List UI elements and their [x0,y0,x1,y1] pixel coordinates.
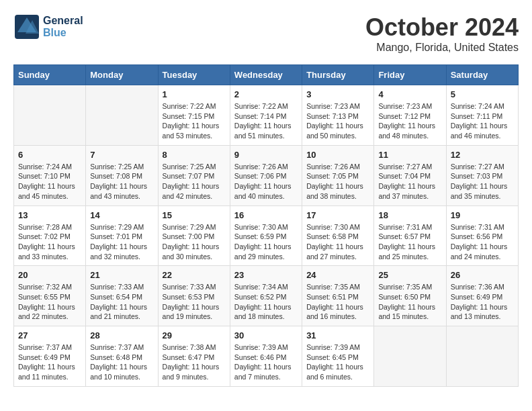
day-info: Sunrise: 7:31 AM Sunset: 6:57 PM Dayligh… [378,222,441,262]
day-info: Sunrise: 7:23 AM Sunset: 7:13 PM Dayligh… [306,101,369,141]
day-info: Sunrise: 7:35 AM Sunset: 6:51 PM Dayligh… [306,282,369,322]
day-number: 23 [234,270,298,280]
calendar-cell: 31Sunrise: 7:39 AM Sunset: 6:45 PM Dayli… [302,326,374,387]
calendar-cell: 18Sunrise: 7:31 AM Sunset: 6:57 PM Dayli… [374,205,446,266]
day-info: Sunrise: 7:37 AM Sunset: 6:49 PM Dayligh… [18,342,81,382]
day-info: Sunrise: 7:32 AM Sunset: 6:55 PM Dayligh… [18,282,81,322]
calendar-cell: 24Sunrise: 7:35 AM Sunset: 6:51 PM Dayli… [302,266,374,326]
calendar-cell: 9Sunrise: 7:26 AM Sunset: 7:06 PM Daylig… [230,145,302,205]
logo-text-general: General [43,15,83,26]
calendar-header-row: SundayMondayTuesdayWednesdayThursdayFrid… [14,65,519,85]
calendar-cell: 15Sunrise: 7:29 AM Sunset: 7:00 PM Dayli… [158,205,230,266]
day-number: 7 [90,150,153,160]
day-number: 25 [378,270,441,280]
day-number: 29 [163,330,226,340]
calendar-week-row: 6Sunrise: 7:24 AM Sunset: 7:10 PM Daylig… [14,145,519,205]
day-number: 18 [378,210,441,220]
calendar-week-row: 13Sunrise: 7:28 AM Sunset: 7:02 PM Dayli… [14,205,519,266]
day-info: Sunrise: 7:30 AM Sunset: 6:58 PM Dayligh… [306,222,369,262]
day-number: 24 [306,270,369,280]
calendar-cell: 10Sunrise: 7:26 AM Sunset: 7:05 PM Dayli… [302,145,374,205]
day-number: 14 [90,210,153,220]
calendar-cell: 6Sunrise: 7:24 AM Sunset: 7:10 PM Daylig… [14,145,86,205]
day-info: Sunrise: 7:31 AM Sunset: 6:56 PM Dayligh… [451,222,514,262]
day-number: 5 [451,89,514,99]
col-header-tuesday: Tuesday [158,65,230,85]
day-info: Sunrise: 7:34 AM Sunset: 6:52 PM Dayligh… [234,282,298,322]
day-number: 16 [234,210,298,220]
day-info: Sunrise: 7:38 AM Sunset: 6:47 PM Dayligh… [163,342,226,382]
calendar-cell: 11Sunrise: 7:27 AM Sunset: 7:04 PM Dayli… [374,145,446,205]
calendar-cell: 27Sunrise: 7:37 AM Sunset: 6:49 PM Dayli… [14,326,86,387]
day-number: 22 [163,270,226,280]
calendar-cell [446,326,518,387]
day-info: Sunrise: 7:25 AM Sunset: 7:08 PM Dayligh… [90,162,153,201]
day-number: 9 [234,150,298,160]
day-number: 12 [451,150,514,160]
calendar-cell [14,85,86,146]
day-info: Sunrise: 7:24 AM Sunset: 7:10 PM Dayligh… [18,162,81,201]
day-number: 20 [18,270,81,280]
calendar-cell: 23Sunrise: 7:34 AM Sunset: 6:52 PM Dayli… [230,266,302,326]
col-header-monday: Monday [86,65,158,85]
day-info: Sunrise: 7:26 AM Sunset: 7:05 PM Dayligh… [306,162,369,201]
calendar-cell: 5Sunrise: 7:24 AM Sunset: 7:11 PM Daylig… [446,85,518,146]
day-number: 6 [18,150,81,160]
calendar-cell: 26Sunrise: 7:36 AM Sunset: 6:49 PM Dayli… [446,266,518,326]
day-number: 21 [90,270,153,280]
day-number: 31 [306,330,369,340]
calendar-cell: 8Sunrise: 7:25 AM Sunset: 7:07 PM Daylig… [158,145,230,205]
day-info: Sunrise: 7:24 AM Sunset: 7:11 PM Dayligh… [451,101,514,141]
header: General Blue October 2024 Mango, Florida… [13,13,519,54]
day-number: 27 [18,330,81,340]
page-subtitle: Mango, Florida, United States [365,42,519,54]
day-info: Sunrise: 7:39 AM Sunset: 6:45 PM Dayligh… [306,342,369,382]
day-info: Sunrise: 7:28 AM Sunset: 7:02 PM Dayligh… [18,222,81,262]
day-number: 15 [163,210,226,220]
day-number: 4 [378,89,441,99]
calendar-cell [86,85,158,146]
day-number: 8 [163,150,226,160]
calendar-cell: 4Sunrise: 7:23 AM Sunset: 7:12 PM Daylig… [374,85,446,146]
calendar-cell: 29Sunrise: 7:38 AM Sunset: 6:47 PM Dayli… [158,326,230,387]
calendar-cell: 21Sunrise: 7:33 AM Sunset: 6:54 PM Dayli… [86,266,158,326]
day-info: Sunrise: 7:27 AM Sunset: 7:03 PM Dayligh… [451,162,514,201]
day-info: Sunrise: 7:33 AM Sunset: 6:53 PM Dayligh… [163,282,226,322]
title-area: October 2024 Mango, Florida, United Stat… [365,13,519,54]
col-header-thursday: Thursday [302,65,374,85]
day-info: Sunrise: 7:36 AM Sunset: 6:49 PM Dayligh… [451,282,514,322]
day-number: 11 [378,150,441,160]
day-number: 10 [306,150,369,160]
logo-icon [13,13,40,40]
day-info: Sunrise: 7:35 AM Sunset: 6:50 PM Dayligh… [378,282,441,322]
col-header-saturday: Saturday [446,65,518,85]
day-number: 13 [18,210,81,220]
day-info: Sunrise: 7:22 AM Sunset: 7:15 PM Dayligh… [163,101,226,141]
day-info: Sunrise: 7:27 AM Sunset: 7:04 PM Dayligh… [378,162,441,201]
day-info: Sunrise: 7:29 AM Sunset: 7:00 PM Dayligh… [163,222,226,262]
day-info: Sunrise: 7:23 AM Sunset: 7:12 PM Dayligh… [378,101,441,141]
day-info: Sunrise: 7:22 AM Sunset: 7:14 PM Dayligh… [234,101,298,141]
calendar-cell: 28Sunrise: 7:37 AM Sunset: 6:48 PM Dayli… [86,326,158,387]
calendar-week-row: 27Sunrise: 7:37 AM Sunset: 6:49 PM Dayli… [14,326,519,387]
calendar-cell: 12Sunrise: 7:27 AM Sunset: 7:03 PM Dayli… [446,145,518,205]
col-header-friday: Friday [374,65,446,85]
logo: General Blue [13,13,83,40]
calendar-week-row: 1Sunrise: 7:22 AM Sunset: 7:15 PM Daylig… [14,85,519,146]
calendar-cell: 25Sunrise: 7:35 AM Sunset: 6:50 PM Dayli… [374,266,446,326]
calendar-cell [374,326,446,387]
calendar-week-row: 20Sunrise: 7:32 AM Sunset: 6:55 PM Dayli… [14,266,519,326]
calendar-cell: 16Sunrise: 7:30 AM Sunset: 6:59 PM Dayli… [230,205,302,266]
page-title: October 2024 [365,13,519,42]
calendar-cell: 2Sunrise: 7:22 AM Sunset: 7:14 PM Daylig… [230,85,302,146]
day-info: Sunrise: 7:30 AM Sunset: 6:59 PM Dayligh… [234,222,298,262]
calendar-cell: 22Sunrise: 7:33 AM Sunset: 6:53 PM Dayli… [158,266,230,326]
calendar-table: SundayMondayTuesdayWednesdayThursdayFrid… [13,64,519,387]
day-info: Sunrise: 7:33 AM Sunset: 6:54 PM Dayligh… [90,282,153,322]
day-info: Sunrise: 7:39 AM Sunset: 6:46 PM Dayligh… [234,342,298,382]
day-info: Sunrise: 7:29 AM Sunset: 7:01 PM Dayligh… [90,222,153,262]
day-number: 28 [90,330,153,340]
col-header-wednesday: Wednesday [230,65,302,85]
calendar-cell: 1Sunrise: 7:22 AM Sunset: 7:15 PM Daylig… [158,85,230,146]
day-number: 17 [306,210,369,220]
